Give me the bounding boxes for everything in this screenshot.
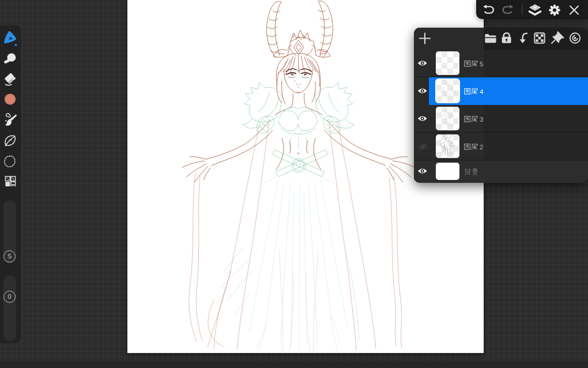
svg-text:3: 3 — [480, 116, 483, 123]
svg-text:4: 4 — [480, 88, 484, 95]
svg-text:5: 5 — [480, 61, 483, 67]
svg-text:2: 2 — [480, 144, 483, 151]
